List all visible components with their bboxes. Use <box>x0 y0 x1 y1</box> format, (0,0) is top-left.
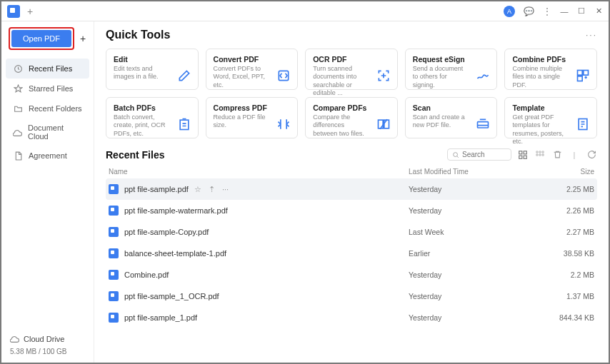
tool-title: Edit <box>114 55 191 64</box>
tool-ocr-pdf[interactable]: OCR PDF Turn scanned documents into sear… <box>305 49 398 90</box>
open-pdf-button[interactable]: Open PDF <box>11 30 71 47</box>
tool-compress-pdf[interactable]: Compress PDF Reduce a PDF file size. <box>206 97 299 138</box>
tool-desc: Combine multiple files into a single PDF… <box>512 65 569 89</box>
star-icon[interactable]: ☆ <box>194 185 201 194</box>
star-icon <box>13 84 23 93</box>
batch-icon <box>176 116 192 132</box>
table-row[interactable]: ppt file-sample.pdf ☆ ⇡ ··· Yesterday 2.… <box>106 178 597 200</box>
pdf-file-icon <box>109 184 119 194</box>
close-button[interactable]: ✕ <box>594 7 603 16</box>
file-mtime: Yesterday <box>409 292 537 300</box>
svg-rect-14 <box>524 156 526 158</box>
table-row[interactable]: ppt file-sample-watermark.pdf Yesterday … <box>106 200 597 221</box>
file-name: ppt file-sample_1_OCR.pdf <box>124 292 219 300</box>
pdf-file-icon <box>109 270 119 280</box>
tool-title: Convert PDF <box>214 55 291 64</box>
svg-point-16 <box>539 151 541 152</box>
sidebar-item-label: Recent Folders <box>29 104 82 113</box>
col-mtime[interactable]: Last Modified Time <box>409 168 537 176</box>
cloud-drive-label: Cloud Drive <box>24 335 64 343</box>
table-row[interactable]: ppt file-sample_1_OCR.pdf Yesterday 1.37… <box>106 285 597 307</box>
table-row[interactable]: balance-sheet-template-1.pdf Earlier 38.… <box>106 243 597 264</box>
quick-tools-more-icon[interactable]: ··· <box>586 30 597 40</box>
chat-icon[interactable]: 💬 <box>524 6 534 16</box>
tool-title: Scan <box>413 103 490 112</box>
col-size[interactable]: Size <box>537 168 594 176</box>
tool-desc: Scan and create a new PDF file. <box>413 113 470 130</box>
tool-title: Compress PDF <box>214 103 291 112</box>
tool-title: Request eSign <box>413 55 490 64</box>
quick-tools-title: Quick Tools <box>106 29 170 41</box>
avatar[interactable]: A <box>504 6 515 17</box>
tool-template[interactable]: Template Get great PDF templates for res… <box>504 97 597 138</box>
file-name: ppt file-sample-Copy.pdf <box>124 228 209 236</box>
tool-desc: Batch convert, create, print, OCR PDFs, … <box>114 113 171 138</box>
search-box[interactable] <box>447 148 511 161</box>
file-size: 844.34 KB <box>537 313 594 322</box>
cloud-icon <box>13 127 22 137</box>
tool-desc: Edit texts and images in a file. <box>114 65 171 81</box>
minimize-button[interactable]: — <box>560 7 569 16</box>
maximize-button[interactable]: ☐ <box>577 7 586 16</box>
new-tab-button[interactable]: + <box>27 6 33 17</box>
open-pdf-highlight: Open PDF <box>9 27 74 50</box>
table-row[interactable]: ppt file-sample-Copy.pdf Last Week 2.27 … <box>106 221 597 243</box>
scan-icon <box>475 116 491 132</box>
sidebar-item-document-cloud[interactable]: Document Cloud <box>6 118 89 146</box>
file-mtime: Yesterday <box>409 206 537 215</box>
file-name: balance-sheet-template-1.pdf <box>124 249 226 258</box>
table-row[interactable]: Combine.pdf Yesterday 2.2 MB <box>106 264 597 285</box>
svg-rect-13 <box>519 156 522 158</box>
pdf-file-icon <box>109 291 119 301</box>
recent-files-title: Recent Files <box>106 149 164 161</box>
svg-rect-11 <box>519 151 522 153</box>
tool-convert-pdf[interactable]: Convert PDF Convert PDFs to Word, Excel,… <box>206 49 299 90</box>
combine-icon <box>575 68 591 84</box>
file-size: 2.26 MB <box>537 206 594 215</box>
compare-icon <box>376 116 391 132</box>
file-name: ppt file-sample-watermark.pdf <box>124 206 228 215</box>
sidebar-item-label: Agreement <box>29 151 67 160</box>
file-mtime: Earlier <box>409 249 537 258</box>
svg-point-18 <box>536 153 538 155</box>
tool-edit[interactable]: Edit Edit texts and images in a file. <box>106 49 199 90</box>
recent-files-table: Name Last Modified Time Size ppt file-sa… <box>106 165 597 328</box>
file-name: Combine.pdf <box>124 271 169 279</box>
sidebar-item-label: Starred Files <box>29 84 73 93</box>
tool-batch-pdfs[interactable]: Batch PDFs Batch convert, create, print,… <box>106 97 199 138</box>
refresh-icon[interactable] <box>586 149 597 161</box>
tool-combine-pdfs[interactable]: Combine PDFs Combine multiple files into… <box>504 49 597 90</box>
upload-icon[interactable]: ⇡ <box>209 185 215 194</box>
list-view-icon[interactable] <box>517 149 529 161</box>
cloud-drive-link[interactable]: Cloud Drive <box>10 334 85 343</box>
file-size: 2.2 MB <box>537 271 594 279</box>
tool-desc: Get great PDF templates for resumes, pos… <box>512 113 569 146</box>
delete-icon[interactable] <box>551 149 563 161</box>
svg-rect-7 <box>384 120 389 128</box>
file-name: ppt file-sample.pdf <box>124 185 189 193</box>
kebab-menu-icon[interactable]: ⋮ <box>543 6 551 16</box>
titlebar: + A 💬 ⋮ — ☐ ✕ <box>1 1 609 21</box>
sidebar-item-agreement[interactable]: Agreement <box>6 146 89 166</box>
more-icon[interactable]: ··· <box>222 185 229 194</box>
col-name[interactable]: Name <box>109 168 409 176</box>
tool-request-esign[interactable]: Request eSign Send a document to others … <box>405 49 498 90</box>
sidebar-item-recent-files[interactable]: Recent Files <box>6 59 89 79</box>
search-input[interactable] <box>462 151 506 158</box>
sidebar-item-recent-folders[interactable]: Recent Folders <box>6 98 89 118</box>
divider: | <box>569 149 580 161</box>
open-plus-button[interactable]: + <box>80 33 86 44</box>
doc-icon <box>13 151 23 161</box>
app-logo <box>7 5 20 18</box>
tool-scan[interactable]: Scan Scan and create a new PDF file. <box>405 97 498 138</box>
file-name: ppt file-sample_1.pdf <box>124 313 197 322</box>
tool-title: Template <box>512 103 589 112</box>
svg-point-10 <box>454 152 458 156</box>
file-mtime: Yesterday <box>409 271 537 279</box>
table-row[interactable]: ppt file-sample_1.pdf Yesterday 844.34 K… <box>106 307 597 328</box>
tool-desc: Send a document to others for signing. <box>413 65 470 89</box>
tool-compare-pdfs[interactable]: Compare PDFs Compare the differences bet… <box>305 97 398 138</box>
grid-view-icon[interactable] <box>534 149 546 161</box>
tool-title: OCR PDF <box>313 55 390 64</box>
sidebar-item-starred-files[interactable]: Starred Files <box>6 79 89 98</box>
